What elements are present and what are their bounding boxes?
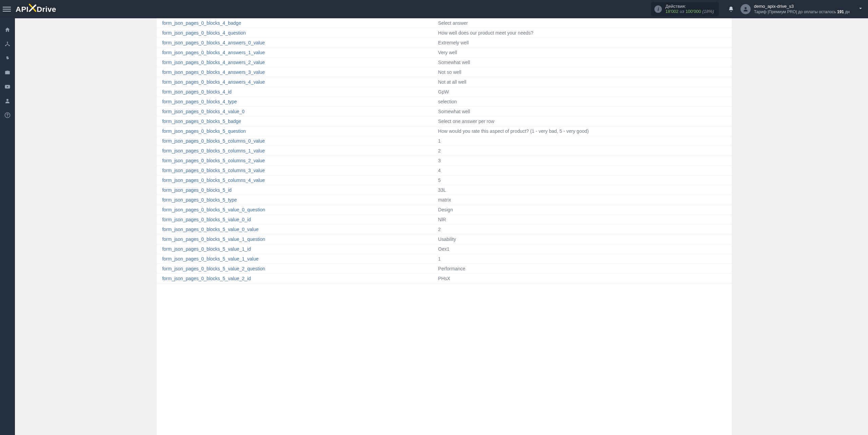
field-key[interactable]: form_json_pages_0_blocks_5_value_1_quest… [157, 234, 433, 244]
actions-total: 100'000 [686, 9, 701, 14]
field-value: Not so well [433, 67, 732, 77]
field-key[interactable]: form_json_pages_0_blocks_5_value_0_quest… [157, 205, 433, 215]
field-value: selection [433, 97, 732, 107]
field-value: Very well [433, 48, 732, 58]
field-value: Usability [433, 234, 732, 244]
field-key[interactable]: form_json_pages_0_blocks_5_question [157, 126, 433, 136]
field-key[interactable]: form_json_pages_0_blocks_5_value_2_id [157, 274, 433, 284]
nav-connections[interactable] [0, 37, 15, 51]
table-row: form_json_pages_0_blocks_5_value_2_idPHs… [157, 274, 731, 284]
nav-help[interactable] [0, 108, 15, 122]
field-key[interactable]: form_json_pages_0_blocks_4_id [157, 87, 433, 97]
table-row: form_json_pages_0_blocks_5_value_0_idNlR [157, 215, 731, 225]
table-row: form_json_pages_0_blocks_5_id33L [157, 185, 731, 195]
logo-text-api: API [16, 5, 28, 14]
table-row: form_json_pages_0_blocks_5_value_1_idOex… [157, 244, 731, 254]
field-value: Select answer [433, 18, 732, 28]
table-row: form_json_pages_0_blocks_5_value_1_quest… [157, 234, 731, 244]
field-key[interactable]: form_json_pages_0_blocks_4_value_0 [157, 107, 433, 117]
field-key[interactable]: form_json_pages_0_blocks_5_value_2_quest… [157, 264, 433, 274]
field-key[interactable]: form_json_pages_0_blocks_5_value_0_id [157, 215, 433, 225]
field-key[interactable]: form_json_pages_0_blocks_5_columns_2_val… [157, 156, 433, 166]
field-key[interactable]: form_json_pages_0_blocks_5_columns_1_val… [157, 146, 433, 156]
content-area: form_json_pages_0_blocks_4_badgeSelect a… [15, 18, 868, 435]
svg-point-1 [7, 42, 8, 43]
field-key[interactable]: form_json_pages_0_blocks_4_answers_3_val… [157, 67, 433, 77]
user-name: demo_apix-drive_s3 [754, 4, 850, 9]
chevron-down-icon[interactable] [858, 6, 863, 13]
table-row: form_json_pages_0_blocks_4_value_0Somewh… [157, 107, 731, 117]
field-key[interactable]: form_json_pages_0_blocks_5_badge [157, 117, 433, 126]
table-row: form_json_pages_0_blocks_4_questionHow w… [157, 28, 731, 38]
table-row: form_json_pages_0_blocks_4_answers_3_val… [157, 67, 731, 77]
field-key[interactable]: form_json_pages_0_blocks_4_answers_4_val… [157, 77, 433, 87]
logo[interactable]: API Drive [16, 4, 56, 14]
menu-toggle-button[interactable] [3, 5, 11, 13]
field-key[interactable]: form_json_pages_0_blocks_4_answers_1_val… [157, 48, 433, 58]
field-key[interactable]: form_json_pages_0_blocks_4_answers_2_val… [157, 58, 433, 67]
field-value: 4 [433, 166, 732, 175]
table-row: form_json_pages_0_blocks_4_typeselection [157, 97, 731, 107]
logo-x-icon [29, 4, 36, 12]
nav-billing[interactable] [0, 51, 15, 65]
left-sidebar [0, 18, 15, 435]
nav-video[interactable] [0, 80, 15, 94]
field-value: How would you rate this aspect of produc… [433, 126, 732, 136]
field-key[interactable]: form_json_pages_0_blocks_5_value_1_value [157, 254, 433, 264]
table-row: form_json_pages_0_blocks_5_columns_4_val… [157, 175, 731, 185]
table-row: form_json_pages_0_blocks_5_columns_2_val… [157, 156, 731, 166]
data-panel: form_json_pages_0_blocks_4_badgeSelect a… [157, 18, 731, 435]
field-key[interactable]: form_json_pages_0_blocks_4_question [157, 28, 433, 38]
field-key[interactable]: form_json_pages_0_blocks_4_badge [157, 18, 433, 28]
field-key[interactable]: form_json_pages_0_blocks_5_columns_0_val… [157, 136, 433, 146]
field-value: GpW [433, 87, 732, 97]
table-row: form_json_pages_0_blocks_4_answers_4_val… [157, 77, 731, 87]
actions-label: Действия: [665, 4, 714, 9]
field-value: NlR [433, 215, 732, 225]
avatar-icon [741, 4, 751, 14]
field-key[interactable]: form_json_pages_0_blocks_4_answers_0_val… [157, 38, 433, 48]
field-value: Somewhat well [433, 58, 732, 67]
nav-home[interactable] [0, 23, 15, 37]
table-row: form_json_pages_0_blocks_5_value_0_value… [157, 225, 731, 234]
field-value: 3 [433, 156, 732, 166]
field-value: Select one answer per row [433, 117, 732, 126]
user-text: demo_apix-drive_s3 Тариф |Премиум PRO| д… [754, 4, 850, 14]
field-value: matrix [433, 195, 732, 205]
top-bar: API Drive i Действия: 18'002 из 100'000 … [0, 0, 868, 18]
field-value: 2 [433, 225, 732, 234]
field-key[interactable]: form_json_pages_0_blocks_5_value_1_id [157, 244, 433, 254]
field-key[interactable]: form_json_pages_0_blocks_5_columns_4_val… [157, 175, 433, 185]
table-row: form_json_pages_0_blocks_4_answers_1_val… [157, 48, 731, 58]
table-row: form_json_pages_0_blocks_5_value_1_value… [157, 254, 731, 264]
field-value: Design [433, 205, 732, 215]
key-value-table: form_json_pages_0_blocks_4_badgeSelect a… [157, 18, 731, 284]
field-value: Extremely well [433, 38, 732, 48]
field-value: PHsX [433, 274, 732, 284]
user-menu[interactable]: demo_apix-drive_s3 Тариф |Премиум PRO| д… [741, 4, 850, 14]
field-value: Performance [433, 264, 732, 274]
table-row: form_json_pages_0_blocks_5_value_0_quest… [157, 205, 731, 215]
field-value: 33L [433, 185, 732, 195]
actions-usage-box[interactable]: i Действия: 18'002 из 100'000 (18%) [651, 2, 718, 16]
table-row: form_json_pages_0_blocks_5_columns_1_val… [157, 146, 731, 156]
table-row: form_json_pages_0_blocks_4_idGpW [157, 87, 731, 97]
tariff-days-suffix: дн [844, 9, 850, 14]
field-key[interactable]: form_json_pages_0_blocks_5_value_0_value [157, 225, 433, 234]
nav-account[interactable] [0, 94, 15, 108]
svg-point-5 [6, 99, 8, 101]
table-row: form_json_pages_0_blocks_4_answers_2_val… [157, 58, 731, 67]
nav-briefcase[interactable] [0, 66, 15, 79]
table-row: form_json_pages_0_blocks_5_badgeSelect o… [157, 117, 731, 126]
field-value: Not at all well [433, 77, 732, 87]
table-row: form_json_pages_0_blocks_5_columns_3_val… [157, 166, 731, 175]
actions-percent: (18%) [702, 9, 714, 14]
field-value: How well does our product meet your need… [433, 28, 732, 38]
field-key[interactable]: form_json_pages_0_blocks_5_type [157, 195, 433, 205]
logo-text-drive: Drive [37, 5, 56, 14]
notifications-button[interactable] [726, 6, 736, 12]
field-key[interactable]: form_json_pages_0_blocks_4_type [157, 97, 433, 107]
field-key[interactable]: form_json_pages_0_blocks_5_id [157, 185, 433, 195]
field-key[interactable]: form_json_pages_0_blocks_5_columns_3_val… [157, 166, 433, 175]
tariff-plan: Премиум PRO [769, 9, 796, 14]
